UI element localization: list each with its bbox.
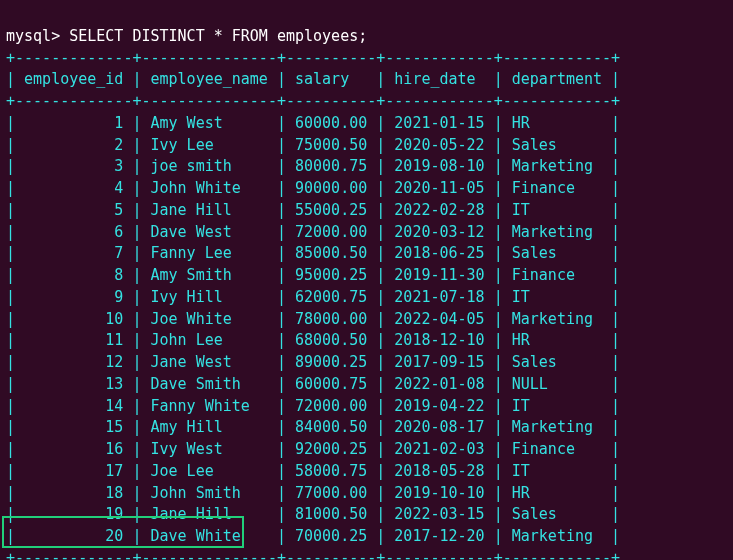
table-row: | 8 | Amy Smith | 95000.25 | 2019-11-30 … — [6, 266, 620, 284]
mysql-prompt: mysql> SELECT DISTINCT * FROM employees; — [6, 27, 367, 45]
table-row: | 15 | Amy Hill | 84000.50 | 2020-08-17 … — [6, 418, 620, 436]
table-row: | 9 | Ivy Hill | 62000.75 | 2021-07-18 |… — [6, 288, 620, 306]
table-row: | 14 | Fanny White | 72000.00 | 2019-04-… — [6, 397, 620, 415]
table-header-separator: +-------------+---------------+---------… — [6, 92, 620, 110]
sql-query: SELECT DISTINCT * FROM employees; — [69, 27, 367, 45]
table-header-row: | employee_id | employee_name | salary |… — [6, 70, 620, 88]
table-row: | 6 | Dave West | 72000.00 | 2020-03-12 … — [6, 223, 620, 241]
table-row: | 12 | Jane West | 89000.25 | 2017-09-15… — [6, 353, 620, 371]
table-row: | 11 | John Lee | 68000.50 | 2018-12-10 … — [6, 331, 620, 349]
terminal-output[interactable]: mysql> SELECT DISTINCT * FROM employees;… — [0, 0, 733, 560]
table-row: | 19 | Jane Hill | 81000.50 | 2022-03-15… — [6, 505, 620, 523]
prompt-prefix: mysql> — [6, 27, 69, 45]
table-row: | 5 | Jane Hill | 55000.25 | 2022-02-28 … — [6, 201, 620, 219]
table-row: | 10 | Joe White | 78000.00 | 2022-04-05… — [6, 310, 620, 328]
table-row: | 16 | Ivy West | 92000.25 | 2021-02-03 … — [6, 440, 620, 458]
table-row: | 13 | Dave Smith | 60000.75 | 2022-01-0… — [6, 375, 620, 393]
table-bottom-border: +-------------+---------------+---------… — [6, 549, 620, 560]
table-row: | 18 | John Smith | 77000.00 | 2019-10-1… — [6, 484, 620, 502]
table-row: | 20 | Dave White | 70000.25 | 2017-12-2… — [6, 527, 620, 545]
table-row: | 7 | Fanny Lee | 85000.50 | 2018-06-25 … — [6, 244, 620, 262]
table-row: | 2 | Ivy Lee | 75000.50 | 2020-05-22 | … — [6, 136, 620, 154]
table-row: | 3 | joe smith | 80000.75 | 2019-08-10 … — [6, 157, 620, 175]
table-row: | 1 | Amy West | 60000.00 | 2021-01-15 |… — [6, 114, 620, 132]
table-row: | 4 | John White | 90000.00 | 2020-11-05… — [6, 179, 620, 197]
table-top-border: +-------------+---------------+---------… — [6, 49, 620, 67]
table-row: | 17 | Joe Lee | 58000.75 | 2018-05-28 |… — [6, 462, 620, 480]
